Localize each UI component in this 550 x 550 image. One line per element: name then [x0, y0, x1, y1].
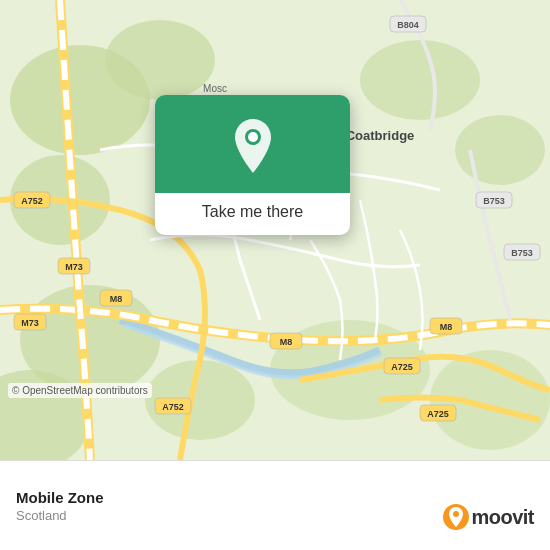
svg-point-39 [453, 511, 459, 517]
take-me-there-button[interactable]: Take me there [186, 193, 319, 235]
svg-point-38 [248, 132, 258, 142]
location-popup[interactable]: Take me there [155, 95, 350, 235]
moovit-icon [443, 504, 469, 530]
svg-text:A752: A752 [21, 196, 43, 206]
svg-text:B753: B753 [483, 196, 505, 206]
moovit-text: moovit [471, 506, 534, 529]
location-name: Mobile Zone [16, 489, 104, 506]
svg-text:M8: M8 [440, 322, 453, 332]
bottom-info-bar: Mobile Zone Scotland moovit [0, 460, 550, 550]
svg-text:M73: M73 [65, 262, 83, 272]
svg-text:A725: A725 [391, 362, 413, 372]
svg-text:M73: M73 [21, 318, 39, 328]
svg-text:Coatbridge: Coatbridge [346, 128, 415, 143]
osm-attribution: © OpenStreetMap contributors [8, 383, 152, 398]
svg-point-3 [105, 20, 215, 100]
svg-text:B804: B804 [397, 20, 419, 30]
svg-text:Mosc: Mosc [203, 83, 227, 94]
svg-text:A752: A752 [162, 402, 184, 412]
svg-point-4 [360, 40, 480, 120]
svg-text:A725: A725 [427, 409, 449, 419]
svg-text:M8: M8 [110, 294, 123, 304]
svg-text:M8: M8 [280, 337, 293, 347]
popup-header [155, 95, 350, 193]
svg-text:B753: B753 [511, 248, 533, 258]
svg-point-5 [455, 115, 545, 185]
moovit-logo: moovit [443, 504, 534, 530]
map-view: M8 M73 M8 M8 A752 A752 A725 A725 B804 B7… [0, 0, 550, 460]
location-pin-icon [229, 117, 277, 175]
location-region: Scotland [16, 508, 104, 523]
